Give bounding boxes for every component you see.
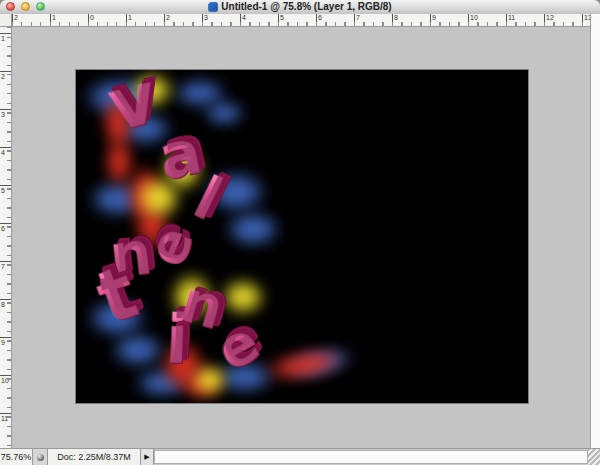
document-area: valentine [12, 27, 590, 448]
ruler-tick [88, 14, 89, 26]
psd-file-icon [208, 2, 218, 12]
ruler-tick [164, 14, 165, 26]
status-widget [33, 449, 48, 465]
image-canvas[interactable]: valentine [76, 70, 528, 403]
ruler-number: 2 [1, 73, 5, 80]
window-title: Untitled-1 @ 75.8% (Layer 1, RGB/8) [0, 1, 600, 12]
ruler-tick [392, 14, 393, 26]
ruler-number: 5 [280, 14, 284, 21]
title-bar[interactable]: Untitled-1 @ 75.8% (Layer 1, RGB/8) [0, 0, 600, 15]
ruler-tick [0, 223, 11, 224]
ruler-number: 11 [1, 415, 8, 422]
ruler-tick [0, 33, 11, 34]
ruler-number: 8 [394, 14, 398, 21]
ruler-number: 2 [14, 14, 18, 21]
color-blob [202, 100, 246, 126]
horizontal-scrollbar[interactable] [154, 450, 588, 464]
ruler-origin-corner[interactable] [0, 14, 12, 27]
doc-size-readout: Doc: 2.25M/8.37M [48, 449, 141, 465]
photoshop-document-window: Untitled-1 @ 75.8% (Layer 1, RGB/8) 2101… [0, 0, 600, 465]
vertical-ruler[interactable]: 1234567891011 [0, 27, 12, 448]
ruler-number: 12 [546, 14, 554, 21]
ruler-number: 3 [204, 14, 208, 21]
status-flyout-button[interactable]: ▶ [141, 449, 154, 465]
ruler-number: 6 [318, 14, 322, 21]
ruler-number: 3 [1, 111, 5, 118]
window-resize-grip[interactable] [588, 449, 600, 465]
status-circle-icon [37, 454, 44, 461]
ruler-number: 9 [432, 14, 436, 21]
ruler-tick [544, 14, 545, 26]
ruler-tick [0, 185, 11, 186]
ruler-number: 2 [166, 14, 170, 21]
ruler-number: 9 [1, 339, 5, 346]
ruler-number: 7 [356, 14, 360, 21]
ruler-tick [582, 14, 583, 26]
ruler-tick [126, 14, 127, 26]
ruler-tick [0, 413, 11, 414]
ruler-tick [430, 14, 431, 26]
ruler-tick [12, 14, 13, 26]
ruler-tick [0, 375, 11, 376]
horizontal-ruler[interactable]: 210123456789101112131415 [12, 14, 590, 27]
ruler-number: 10 [470, 14, 478, 21]
ruler-number: 1 [128, 14, 132, 21]
ruler-number: 5 [1, 187, 5, 194]
ruler-number: 10 [1, 377, 9, 384]
doc-size-value: Doc: 2.25M/8.37M [57, 452, 131, 462]
ruler-tick [354, 14, 355, 26]
zoom-level-value: 75.76% [1, 452, 32, 462]
ruler-tick [0, 299, 11, 300]
zoom-level-field[interactable]: 75.76% [0, 449, 33, 465]
color-blob [224, 210, 282, 248]
ruler-number: 8 [1, 301, 5, 308]
ruler-tick [0, 261, 11, 262]
ruler-tick [0, 109, 11, 110]
ruler-tick [240, 14, 241, 26]
flyout-arrow-icon: ▶ [144, 453, 149, 461]
ruler-number: 7 [1, 263, 5, 270]
ruler-tick [506, 14, 507, 26]
ruler-tick [468, 14, 469, 26]
ruler-number: 11 [508, 14, 515, 21]
ruler-tick [278, 14, 279, 26]
ruler-tick [202, 14, 203, 26]
ruler-tick [316, 14, 317, 26]
window-title-text: Untitled-1 @ 75.8% (Layer 1, RGB/8) [221, 1, 391, 12]
ruler-tick [0, 147, 11, 148]
ruler-tick [0, 71, 11, 72]
ruler-number: 1 [52, 14, 56, 21]
ruler-number: 4 [1, 149, 5, 156]
ruler-number: 0 [90, 14, 94, 21]
ruler-number: 6 [1, 225, 5, 232]
ruler-tick [50, 14, 51, 26]
ruler-number: 1 [1, 35, 5, 42]
vertical-scrollbar[interactable] [590, 14, 600, 448]
ruler-number: 4 [242, 14, 246, 21]
status-bar: 75.76% Doc: 2.25M/8.37M ▶ [0, 448, 600, 465]
color-blob [192, 364, 228, 396]
ruler-tick [0, 337, 11, 338]
